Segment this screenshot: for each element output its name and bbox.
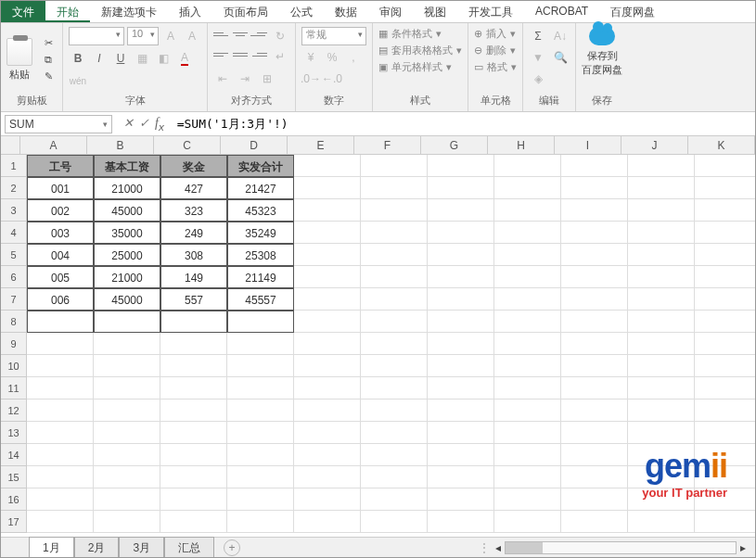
- column-header[interactable]: H: [488, 136, 555, 154]
- column-header[interactable]: C: [154, 136, 221, 154]
- percent-icon[interactable]: %: [323, 48, 341, 67]
- cell[interactable]: 21000: [94, 177, 160, 199]
- cell[interactable]: [294, 466, 361, 488]
- cell[interactable]: [27, 355, 94, 377]
- cell[interactable]: [27, 377, 94, 399]
- save-to-cloud-button[interactable]: 保存到 百度网盘: [582, 27, 622, 77]
- cell[interactable]: [561, 444, 628, 466]
- cell[interactable]: [561, 222, 628, 244]
- cell[interactable]: [561, 177, 628, 199]
- table-format-button[interactable]: ▤套用表格格式▾: [378, 44, 462, 57]
- merge-icon[interactable]: ⊞: [258, 70, 276, 88]
- cell[interactable]: [94, 355, 160, 377]
- cell[interactable]: 25308: [227, 244, 294, 266]
- cell[interactable]: [294, 199, 361, 222]
- row-header[interactable]: 15: [1, 466, 27, 488]
- cell[interactable]: [428, 177, 494, 199]
- cell[interactable]: [27, 488, 94, 511]
- row-header[interactable]: 9: [1, 333, 27, 355]
- row-header[interactable]: 4: [1, 222, 27, 244]
- cell[interactable]: [628, 244, 695, 266]
- cell[interactable]: [227, 333, 294, 355]
- cell[interactable]: [428, 422, 494, 444]
- cell[interactable]: 45000: [94, 288, 160, 311]
- phonetic-icon[interactable]: wén: [69, 71, 87, 90]
- cell[interactable]: [27, 466, 94, 488]
- cell[interactable]: [561, 288, 628, 311]
- cell[interactable]: [27, 399, 94, 422]
- number-format-combo[interactable]: 常规: [301, 27, 366, 45]
- cell[interactable]: [695, 311, 755, 333]
- row-header[interactable]: 10: [1, 355, 27, 377]
- sheet-tab[interactable]: 2月: [74, 537, 120, 559]
- menu-home[interactable]: 开始: [45, 1, 90, 22]
- cell[interactable]: [361, 444, 428, 466]
- column-header[interactable]: B: [87, 136, 154, 154]
- cell[interactable]: [428, 288, 494, 311]
- row-header[interactable]: 3: [1, 199, 27, 222]
- cell[interactable]: 21000: [94, 266, 160, 288]
- cell[interactable]: 21427: [227, 177, 294, 199]
- cell[interactable]: 21149: [227, 266, 294, 288]
- cell[interactable]: [695, 377, 755, 399]
- cell[interactable]: [695, 266, 755, 288]
- cell[interactable]: 006: [27, 288, 94, 311]
- cell[interactable]: [494, 311, 561, 333]
- cell[interactable]: [227, 422, 294, 444]
- italic-icon[interactable]: I: [90, 49, 109, 68]
- cell[interactable]: [695, 199, 755, 222]
- increase-font-icon[interactable]: A: [161, 27, 180, 45]
- select-all-corner[interactable]: [1, 136, 20, 154]
- menu-data[interactable]: 数据: [324, 1, 368, 22]
- cell[interactable]: [227, 511, 294, 533]
- cell[interactable]: [695, 422, 755, 444]
- cell[interactable]: [494, 355, 561, 377]
- cell[interactable]: [361, 222, 428, 244]
- horizontal-scrollbar[interactable]: [505, 541, 737, 554]
- cell[interactable]: [695, 155, 755, 177]
- align-buttons[interactable]: [213, 27, 267, 66]
- cell[interactable]: [428, 333, 494, 355]
- cell[interactable]: [628, 222, 695, 244]
- format-cells-button[interactable]: ▭格式▾: [474, 60, 517, 74]
- cell[interactable]: [428, 244, 494, 266]
- cell[interactable]: [160, 444, 227, 466]
- indent-decrease-icon[interactable]: ⇤: [213, 70, 232, 88]
- cell[interactable]: [428, 355, 494, 377]
- column-header[interactable]: I: [555, 136, 621, 154]
- cell[interactable]: [160, 377, 227, 399]
- cell[interactable]: [494, 377, 561, 399]
- cell[interactable]: [94, 311, 160, 333]
- autosum-icon[interactable]: Σ: [529, 27, 547, 45]
- cell[interactable]: [494, 222, 561, 244]
- cell[interactable]: [695, 511, 755, 533]
- cell[interactable]: [94, 333, 160, 355]
- format-painter-icon[interactable]: ✎: [40, 69, 57, 83]
- cell[interactable]: [361, 333, 428, 355]
- cell[interactable]: [428, 444, 494, 466]
- cell[interactable]: [160, 333, 227, 355]
- cell[interactable]: [227, 377, 294, 399]
- cell[interactable]: [628, 399, 695, 422]
- cell[interactable]: 45000: [94, 199, 160, 222]
- cell[interactable]: [628, 511, 695, 533]
- cell[interactable]: [494, 444, 561, 466]
- cell[interactable]: [561, 488, 628, 511]
- row-header[interactable]: 13: [1, 422, 27, 444]
- border-icon[interactable]: ▦: [133, 49, 151, 68]
- cell[interactable]: 实发合计: [227, 155, 294, 177]
- cell[interactable]: 557: [160, 288, 227, 311]
- cell[interactable]: [94, 377, 160, 399]
- cell[interactable]: [361, 511, 428, 533]
- cell[interactable]: [294, 444, 361, 466]
- cell[interactable]: [561, 311, 628, 333]
- cell[interactable]: [294, 399, 361, 422]
- cell[interactable]: 427: [160, 177, 227, 199]
- row-header[interactable]: 7: [1, 288, 27, 311]
- cell[interactable]: [428, 511, 494, 533]
- cell[interactable]: [27, 311, 94, 333]
- cell[interactable]: 25000: [94, 244, 160, 266]
- cell[interactable]: [428, 399, 494, 422]
- cell[interactable]: [494, 288, 561, 311]
- cell[interactable]: [695, 244, 755, 266]
